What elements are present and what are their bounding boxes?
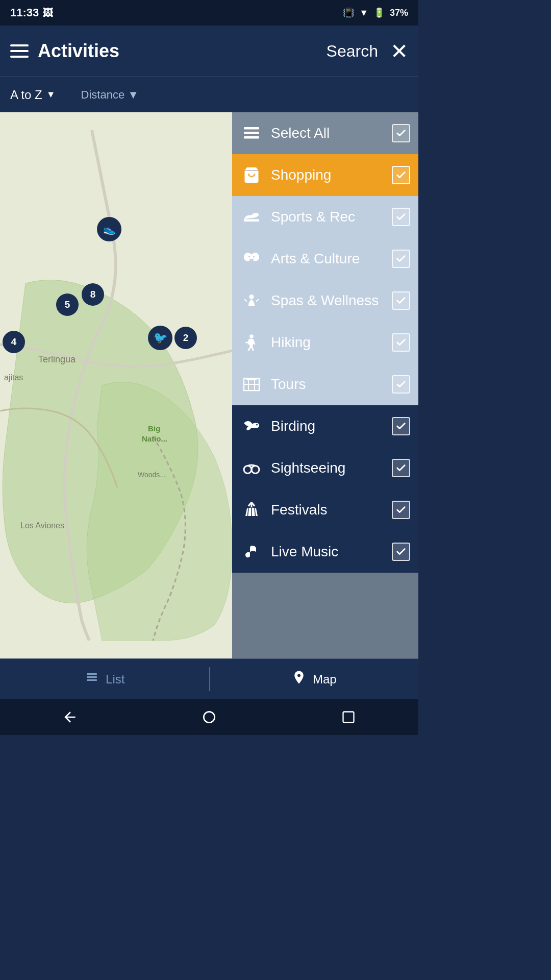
map-marker-2[interactable]: 2 bbox=[174, 327, 197, 349]
dropdown-item-sightseeing[interactable]: Sightseeing bbox=[232, 447, 418, 489]
svg-point-19 bbox=[256, 424, 258, 426]
birding-checkbox[interactable] bbox=[392, 417, 410, 435]
svg-text:Woods...: Woods... bbox=[138, 471, 166, 479]
vibrate-icon: 📳 bbox=[343, 7, 354, 18]
map-background: Terlingua ajitas Big Natio... Woods... L… bbox=[0, 112, 232, 658]
sightseeing-checkbox[interactable] bbox=[392, 459, 410, 477]
shoe-icon bbox=[240, 206, 263, 228]
map-marker-5[interactable]: 5 bbox=[56, 293, 79, 316]
sort-arrow-icon: ▼ bbox=[46, 89, 56, 100]
live-music-checkbox[interactable] bbox=[392, 543, 410, 561]
svg-point-21 bbox=[252, 466, 259, 474]
svg-point-32 bbox=[204, 712, 214, 722]
nav-list[interactable]: List bbox=[0, 659, 209, 699]
svg-rect-8 bbox=[244, 132, 259, 134]
dropdown-item-arts-culture[interactable]: Arts & Culture bbox=[232, 238, 418, 280]
dropdown-item-tours[interactable]: Tours bbox=[232, 363, 418, 405]
dropdown-item-birding[interactable]: Birding bbox=[232, 405, 418, 447]
svg-rect-7 bbox=[244, 127, 259, 130]
nav-map[interactable]: Map bbox=[210, 659, 419, 699]
wifi-icon: ▼ bbox=[359, 8, 368, 18]
select-all-checkbox[interactable] bbox=[392, 124, 410, 142]
hiker-icon bbox=[240, 331, 263, 354]
back-button[interactable] bbox=[57, 704, 83, 730]
map-svg: Terlingua ajitas Big Natio... Woods... L… bbox=[0, 112, 232, 658]
status-left: 11:33 🖼 bbox=[10, 6, 53, 19]
sort-az[interactable]: A to Z ▼ bbox=[10, 88, 56, 102]
sort-bar: A to Z ▼ Distance ▼ bbox=[0, 77, 418, 112]
map-marker-8[interactable]: 8 bbox=[82, 283, 104, 306]
spas-wellness-label: Spas & Wellness bbox=[271, 292, 384, 309]
tours-label: Tours bbox=[271, 376, 384, 393]
tours-checkbox[interactable] bbox=[392, 375, 410, 394]
sports-rec-checkbox[interactable] bbox=[392, 208, 410, 226]
svg-text:Terlingua: Terlingua bbox=[38, 354, 76, 364]
music-icon bbox=[240, 541, 263, 563]
search-label[interactable]: Search bbox=[327, 42, 378, 61]
dropdown-item-hiking[interactable]: Hiking bbox=[232, 322, 418, 363]
hiking-checkbox[interactable] bbox=[392, 333, 410, 352]
status-right: 📳 ▼ 🔋 37% bbox=[343, 7, 408, 18]
nav-map-label: Map bbox=[313, 672, 337, 687]
marker-label-4: 4 bbox=[11, 336, 17, 348]
filter-dropdown: Select All Shopping Sports & Rec bbox=[232, 112, 418, 658]
marker-label-5: 5 bbox=[65, 299, 70, 310]
header-bar: Activities Search ✕ bbox=[0, 26, 418, 77]
menu-button[interactable] bbox=[10, 44, 29, 58]
arts-culture-label: Arts & Culture bbox=[271, 251, 384, 267]
system-navigation bbox=[0, 699, 418, 735]
bottom-navigation: List Map bbox=[0, 658, 418, 699]
spa-icon bbox=[240, 289, 263, 312]
main-content: Terlingua ajitas Big Natio... Woods... L… bbox=[0, 112, 418, 658]
battery-percent: 37% bbox=[390, 8, 408, 18]
mask-icon bbox=[240, 248, 263, 270]
dropdown-item-festivals[interactable]: Festivals bbox=[232, 489, 418, 531]
bird-icon bbox=[240, 415, 263, 437]
map-marker-bird[interactable]: 🐦 bbox=[148, 326, 172, 350]
svg-rect-29 bbox=[87, 673, 97, 675]
marker-label-8: 8 bbox=[90, 289, 96, 300]
svg-rect-30 bbox=[87, 676, 97, 678]
svg-point-20 bbox=[244, 466, 252, 474]
dropdown-empty-area bbox=[232, 573, 418, 658]
arts-culture-checkbox[interactable] bbox=[392, 250, 410, 268]
dropdown-item-spas-wellness[interactable]: Spas & Wellness bbox=[232, 280, 418, 322]
festivals-checkbox[interactable] bbox=[392, 501, 410, 519]
festivals-icon bbox=[240, 499, 263, 521]
svg-point-14 bbox=[249, 334, 254, 338]
list-icon bbox=[240, 122, 263, 144]
spas-wellness-checkbox[interactable] bbox=[392, 291, 410, 310]
shopping-label: Shopping bbox=[271, 167, 384, 183]
map-marker-4[interactable]: 4 bbox=[3, 331, 25, 353]
shoe-marker-icon: 👟 bbox=[103, 223, 116, 235]
header-right: Search ✕ bbox=[327, 39, 408, 64]
svg-point-12 bbox=[249, 295, 254, 299]
close-button[interactable]: ✕ bbox=[390, 39, 408, 64]
map-marker-shoe[interactable]: 👟 bbox=[97, 217, 121, 241]
notification-icon: 🖼 bbox=[43, 7, 53, 19]
recent-apps-button[interactable] bbox=[336, 704, 361, 730]
sightseeing-label: Sightseeing bbox=[271, 460, 384, 476]
sort-distance[interactable]: Distance ▼ bbox=[81, 88, 139, 102]
status-time: 11:33 bbox=[10, 6, 39, 19]
hiking-label: Hiking bbox=[271, 334, 384, 351]
svg-text:ajitas: ajitas bbox=[4, 373, 23, 382]
list-nav-icon bbox=[84, 671, 99, 687]
svg-rect-33 bbox=[343, 712, 354, 723]
dropdown-item-live-music[interactable]: Live Music bbox=[232, 531, 418, 573]
marker-label-2: 2 bbox=[183, 332, 189, 344]
bag-icon bbox=[240, 164, 263, 186]
dropdown-item-shopping[interactable]: Shopping bbox=[232, 154, 418, 196]
shopping-checkbox[interactable] bbox=[392, 166, 410, 184]
home-button[interactable] bbox=[196, 704, 222, 730]
svg-rect-11 bbox=[244, 219, 259, 222]
dropdown-item-sports-rec[interactable]: Sports & Rec bbox=[232, 196, 418, 238]
svg-point-28 bbox=[246, 554, 250, 558]
battery-icon: 🔋 bbox=[373, 7, 385, 18]
festivals-label: Festivals bbox=[271, 502, 384, 518]
dropdown-item-select-all[interactable]: Select All bbox=[232, 112, 418, 154]
svg-text:Los Aviones: Los Aviones bbox=[20, 521, 64, 530]
map-area[interactable]: Terlingua ajitas Big Natio... Woods... L… bbox=[0, 112, 232, 658]
nav-list-label: List bbox=[106, 672, 124, 687]
svg-text:Big: Big bbox=[148, 424, 160, 433]
